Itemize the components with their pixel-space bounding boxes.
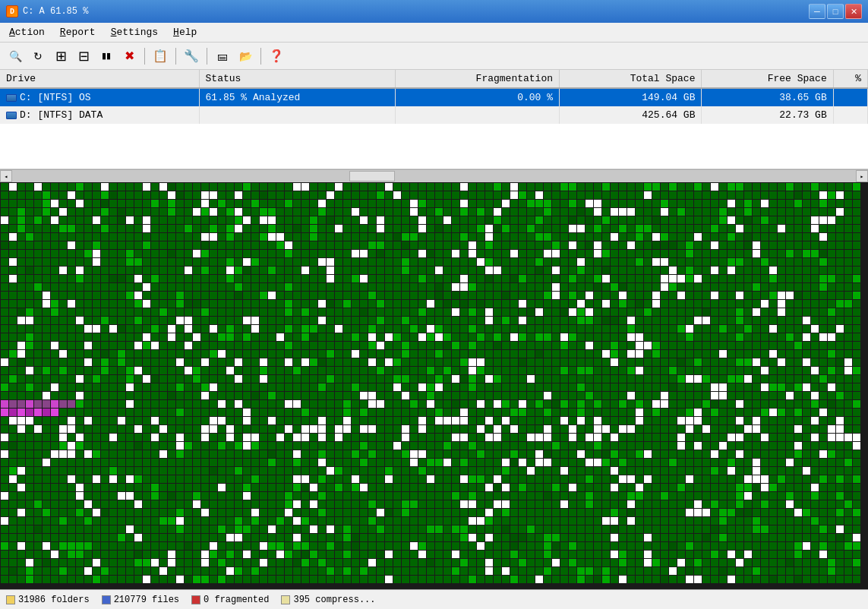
- drive-table: Drive Status Fragmentation Total Space F…: [0, 70, 868, 124]
- disk-map: [0, 182, 868, 589]
- title-bar: D C: A 61.85 % ─ □ ✕: [0, 0, 868, 23]
- main-content: Drive Status Fragmentation Total Space F…: [0, 70, 868, 609]
- col-free-space: Free Space: [702, 70, 833, 88]
- menu-action[interactable]: Action: [3, 25, 51, 39]
- drive-list-container: Drive Status Fragmentation Total Space F…: [0, 70, 868, 170]
- app-icon: D: [6, 5, 18, 17]
- defrag-select-button[interactable]: ⊟: [73, 46, 94, 66]
- analyze-button[interactable]: 🔍: [5, 46, 26, 66]
- toolbar-sep-2: [175, 48, 176, 65]
- menu-settings[interactable]: Settings: [105, 25, 164, 39]
- minimize-button[interactable]: ─: [809, 4, 825, 19]
- title-bar-left: D C: A 61.85 %: [6, 5, 88, 17]
- fragmented-label: 0 fragmented: [204, 595, 269, 605]
- empty-drive-area: [0, 124, 868, 169]
- scroll-thumb[interactable]: [349, 171, 395, 181]
- window-title: C: A 61.85 %: [23, 6, 88, 17]
- col-status: Status: [199, 70, 396, 88]
- status-files: 210779 files: [102, 595, 179, 605]
- table-row-drive-d[interactable]: D: [NTFS] DATA425.64 GB22.73 GB: [0, 106, 868, 124]
- col-total-space: Total Space: [560, 70, 702, 88]
- menu-help[interactable]: Help: [167, 25, 203, 39]
- toolbar-sep-3: [207, 48, 207, 65]
- table-row-drive-c[interactable]: C: [NTFS] OS61.85 % Analyzed0.00 %149.04…: [0, 88, 868, 106]
- drive-icon: [6, 94, 17, 102]
- compressed-legend-icon: [281, 595, 290, 604]
- status-bar: 31986 folders 210779 files 0 fragmented …: [0, 589, 868, 609]
- toolbar: 🔍 ↻ ⊞ ⊟ ▮▮ ✖ 📋 🔧 🖴 📂 ❓: [0, 43, 868, 70]
- drive-icon: [6, 112, 17, 119]
- files-legend-icon: [102, 595, 111, 604]
- folders-label: 31986 folders: [18, 595, 90, 605]
- pause-button[interactable]: ▮▮: [96, 46, 117, 66]
- scroll-track[interactable]: [12, 171, 856, 181]
- compressed-label: 395 compress...: [293, 595, 375, 605]
- status-fragmented: 0 fragmented: [191, 595, 269, 605]
- maximize-button[interactable]: □: [827, 4, 844, 19]
- fragmented-legend-icon: [191, 595, 200, 604]
- scroll-left-arrow[interactable]: ◂: [0, 170, 12, 182]
- horizontal-scrollbar[interactable]: ◂ ▸: [0, 170, 868, 182]
- settings-button[interactable]: 🔧: [181, 46, 202, 66]
- disk-map-canvas: [0, 182, 868, 589]
- table-header-row: Drive Status Fragmentation Total Space F…: [0, 70, 868, 88]
- close-button[interactable]: ✕: [845, 4, 862, 19]
- col-drive: Drive: [0, 70, 199, 88]
- status-compressed: 395 compress...: [281, 595, 375, 605]
- defrag-all-button[interactable]: ⊞: [50, 46, 71, 66]
- drive-info-button[interactable]: 🖴: [212, 46, 233, 66]
- col-fragmentation: Fragmentation: [396, 70, 560, 88]
- folders-legend-icon: [6, 595, 15, 604]
- help-button[interactable]: ❓: [266, 46, 287, 66]
- stop-button[interactable]: ✖: [118, 46, 140, 66]
- toolbar-sep-4: [260, 48, 261, 65]
- refresh-button[interactable]: ↻: [27, 46, 49, 66]
- menu-report[interactable]: Report: [54, 25, 102, 39]
- scroll-right-arrow[interactable]: ▸: [856, 170, 868, 182]
- status-folders: 31986 folders: [6, 595, 90, 605]
- menu-bar: Action Report Settings Help: [0, 23, 868, 43]
- col-percent: %: [833, 70, 867, 88]
- title-buttons: ─ □ ✕: [809, 4, 862, 19]
- folder-button[interactable]: 📂: [235, 46, 256, 66]
- toolbar-sep-1: [144, 48, 145, 65]
- report-button[interactable]: 📋: [150, 46, 171, 66]
- files-label: 210779 files: [114, 595, 179, 605]
